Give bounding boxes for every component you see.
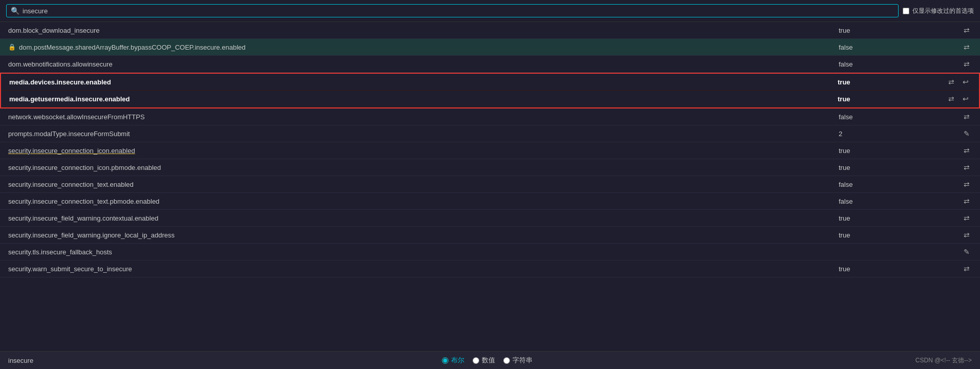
table-row: prompts.modalType.insecureFormSubmit 2 ✎	[0, 125, 980, 142]
pref-value: true	[839, 164, 941, 171]
pref-value: true	[838, 95, 940, 103]
table-row: security.insecure_connection_text.enable…	[0, 176, 980, 193]
toggle-button[interactable]: ⇄	[962, 145, 972, 156]
pref-name: security.insecure_field_warning.contextu…	[8, 214, 839, 222]
main-container: 🔍 仅显示修改过的首选项 dom.block_download_insecure…	[0, 0, 980, 369]
pref-value: true	[839, 147, 941, 155]
pref-name: security.insecure_field_warning.ignore_l…	[8, 231, 839, 239]
only-modified-label: 仅显示修改过的首选项	[912, 7, 974, 15]
pref-name: prompts.modalType.insecureFormSubmit	[8, 130, 839, 138]
pref-value: false	[839, 60, 941, 68]
table-row: security.warn_submit_secure_to_insecure …	[0, 261, 980, 277]
toggle-button[interactable]: ⇄	[962, 230, 972, 240]
reset-button[interactable]: ↩	[961, 94, 971, 104]
bottom-bar: insecure 布尔 数值 字符串 CSDN @<!-- 玄德-->	[0, 351, 980, 369]
table-row: media.getusermedia.insecure.enabled true…	[1, 91, 979, 107]
pref-actions: ⇄	[941, 42, 972, 52]
table-row: security.insecure_connection_icon.enable…	[0, 142, 980, 159]
pref-name: security.warn_submit_secure_to_insecure	[8, 265, 839, 273]
bottom-search-term: insecure	[8, 357, 59, 364]
filter-string-radio[interactable]	[503, 357, 510, 364]
filter-number-option[interactable]: 数值	[473, 356, 495, 365]
pref-name: security.insecure_connection_text.pbmode…	[8, 198, 839, 205]
filter-number-radio[interactable]	[473, 357, 479, 364]
pref-actions: ⇄	[941, 179, 972, 189]
edit-button[interactable]: ✎	[962, 128, 972, 139]
only-modified-area: 仅显示修改过的首选项	[903, 7, 974, 15]
only-modified-checkbox[interactable]	[903, 8, 909, 14]
pref-actions: ⇄	[941, 213, 972, 223]
pref-name: network.websocket.allowInsecureFromHTTPS	[8, 113, 839, 121]
pref-actions: ⇄	[941, 230, 972, 240]
table-row: security.tls.insecure_fallback_hosts ✎	[0, 244, 980, 261]
table-row: media.devices.insecure.enabled true ⇄ ↩	[1, 74, 979, 91]
toggle-button[interactable]: ⇄	[962, 112, 972, 122]
search-icon: 🔍	[11, 7, 19, 15]
pref-name: security.insecure_connection_icon.pbmode…	[8, 164, 839, 171]
table-row: security.insecure_connection_icon.pbmode…	[0, 159, 980, 176]
table-row: security.insecure_field_warning.contextu…	[0, 210, 980, 227]
pref-actions: ✎	[941, 247, 972, 257]
pref-name: security.insecure_connection_icon.enable…	[8, 147, 839, 155]
pref-actions: ⇄	[941, 264, 972, 274]
toggle-button[interactable]: ⇄	[962, 42, 972, 52]
search-input[interactable]	[23, 7, 894, 15]
filter-string-option[interactable]: 字符串	[503, 356, 532, 365]
pref-actions: ⇄	[941, 162, 972, 172]
reset-button[interactable]: ↩	[961, 77, 971, 87]
table-row: 🔒 dom.postMessage.sharedArrayBuffer.bypa…	[0, 39, 980, 56]
toggle-button[interactable]: ⇄	[962, 59, 972, 69]
toggle-button[interactable]: ⇄	[962, 213, 972, 223]
branding: CSDN @<!-- 玄德-->	[915, 356, 972, 365]
pref-actions: ✎	[941, 128, 972, 139]
pref-actions: ⇄	[941, 59, 972, 69]
pref-actions: ⇄ ↩	[940, 77, 971, 87]
table-row: dom.block_download_insecure true ⇄	[0, 22, 980, 39]
toggle-button[interactable]: ⇄	[962, 196, 972, 206]
pref-actions: ⇄	[941, 145, 972, 156]
toggle-button[interactable]: ⇄	[962, 25, 972, 35]
table-row: network.websocket.allowInsecureFromHTTPS…	[0, 108, 980, 125]
pref-actions: ⇄	[941, 112, 972, 122]
pref-value: false	[839, 44, 941, 51]
search-bar: 🔍 仅显示修改过的首选项	[0, 0, 980, 22]
table-row: security.insecure_connection_text.pbmode…	[0, 193, 980, 210]
pref-name: media.devices.insecure.enabled	[9, 78, 838, 86]
filter-options: 布尔 数值 字符串	[442, 356, 532, 365]
pref-name: media.getusermedia.insecure.enabled	[9, 95, 838, 103]
pref-value: false	[839, 198, 941, 205]
toggle-button[interactable]: ⇄	[962, 162, 972, 172]
pref-name: security.tls.insecure_fallback_hosts	[8, 248, 839, 256]
filter-bool-option[interactable]: 布尔	[442, 356, 464, 365]
table-row: dom.webnotifications.allowinsecure false…	[0, 56, 980, 73]
search-input-wrapper: 🔍	[6, 4, 899, 17]
table-row: security.insecure_field_warning.ignore_l…	[0, 227, 980, 244]
pref-actions: ⇄ ↩	[940, 94, 971, 104]
table-area: dom.block_download_insecure true ⇄ 🔒 dom…	[0, 22, 980, 351]
pref-value: true	[838, 78, 940, 86]
lock-icon: 🔒	[8, 44, 16, 51]
pref-value: true	[839, 214, 941, 222]
pref-name: security.insecure_connection_text.enable…	[8, 181, 839, 188]
pref-value: true	[839, 231, 941, 239]
toggle-button[interactable]: ⇄	[946, 77, 956, 87]
pref-value: 2	[839, 130, 941, 138]
edit-button[interactable]: ✎	[962, 247, 972, 257]
pref-name: 🔒 dom.postMessage.sharedArrayBuffer.bypa…	[8, 44, 839, 51]
toggle-button[interactable]: ⇄	[946, 94, 956, 104]
toggle-button[interactable]: ⇄	[962, 179, 972, 189]
pref-actions: ⇄	[941, 196, 972, 206]
pref-value: true	[839, 265, 941, 273]
filter-bool-radio[interactable]	[442, 357, 449, 364]
pref-name: dom.block_download_insecure	[8, 27, 839, 34]
pref-value: false	[839, 113, 941, 121]
pref-value: true	[839, 27, 941, 34]
toggle-button[interactable]: ⇄	[962, 264, 972, 274]
selected-group: media.devices.insecure.enabled true ⇄ ↩ …	[0, 73, 980, 108]
pref-value: false	[839, 181, 941, 188]
pref-name: dom.webnotifications.allowinsecure	[8, 60, 839, 68]
pref-actions: ⇄	[941, 25, 972, 35]
